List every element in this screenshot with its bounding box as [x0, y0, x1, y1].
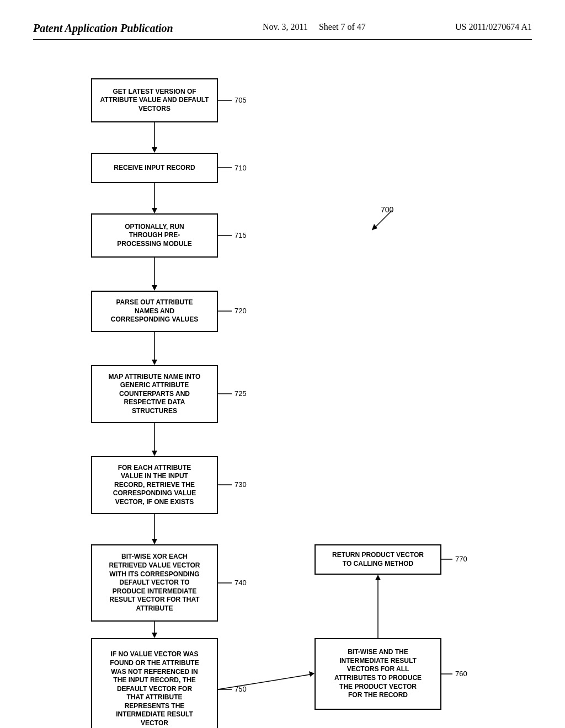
box-750: IF NO VALUE VECTOR WASFOUND OR THE ATTRI…: [91, 638, 218, 728]
label-705: 705: [234, 96, 247, 104]
publication-date: Nov. 3, 2011: [263, 22, 308, 31]
svg-marker-15: [309, 671, 315, 677]
svg-marker-29: [372, 224, 377, 230]
box-730: FOR EACH ATTRIBUTEVALUE IN THE INPUTRECO…: [91, 456, 218, 514]
box-720: PARSE OUT ATTRIBUTENAMES ANDCORRESPONDIN…: [91, 291, 218, 332]
svg-marker-9: [152, 451, 157, 456]
box-715: OPTIONALLY, RUNTHROUGH PRE-PROCESSING MO…: [91, 213, 218, 258]
page-header: Patent Application Publication Nov. 3, 2…: [33, 22, 532, 40]
patent-number: US 2011/0270674 A1: [455, 22, 532, 32]
header-date-sheet: Nov. 3, 2011 Sheet 7 of 47: [263, 22, 366, 32]
svg-marker-5: [152, 285, 157, 291]
label-730: 730: [234, 480, 247, 489]
publication-title: Patent Application Publication: [33, 22, 173, 35]
box-770: RETURN PRODUCT VECTORTO CALLING METHOD: [315, 544, 441, 575]
box-710: RECEIVE INPUT RECORD: [91, 153, 218, 183]
label-725: 725: [234, 389, 247, 398]
box-740: BIT-WISE XOR EACHRETRIEVED VALUE VECTORW…: [91, 544, 218, 622]
label-760: 760: [455, 670, 467, 678]
label-740: 740: [234, 579, 247, 587]
svg-marker-17: [375, 575, 381, 580]
ref-arrow-700: [364, 194, 408, 238]
sheet-info: Sheet 7 of 47: [319, 22, 366, 31]
page: Patent Application Publication Nov. 3, 2…: [0, 0, 565, 728]
svg-marker-1: [152, 147, 157, 153]
box-705: GET LATEST VERSION OF ATTRIBUTE VALUE AN…: [91, 78, 218, 122]
label-720: 720: [234, 307, 247, 315]
label-750: 750: [234, 685, 247, 693]
svg-marker-11: [152, 539, 157, 544]
label-710: 710: [234, 164, 247, 172]
label-770: 770: [455, 555, 467, 563]
svg-line-14: [218, 674, 313, 689]
label-715: 715: [234, 231, 247, 239]
svg-marker-7: [152, 360, 157, 365]
svg-marker-3: [152, 208, 157, 213]
box-760: BIT-WISE AND THEINTERMEDIATE RESULTVECTO…: [315, 638, 441, 710]
svg-marker-13: [152, 633, 157, 638]
box-725: MAP ATTRIBUTE NAME INTOGENERIC ATTRIBUTE…: [91, 365, 218, 423]
diagram-area: GET LATEST VERSION OF ATTRIBUTE VALUE AN…: [33, 62, 532, 696]
